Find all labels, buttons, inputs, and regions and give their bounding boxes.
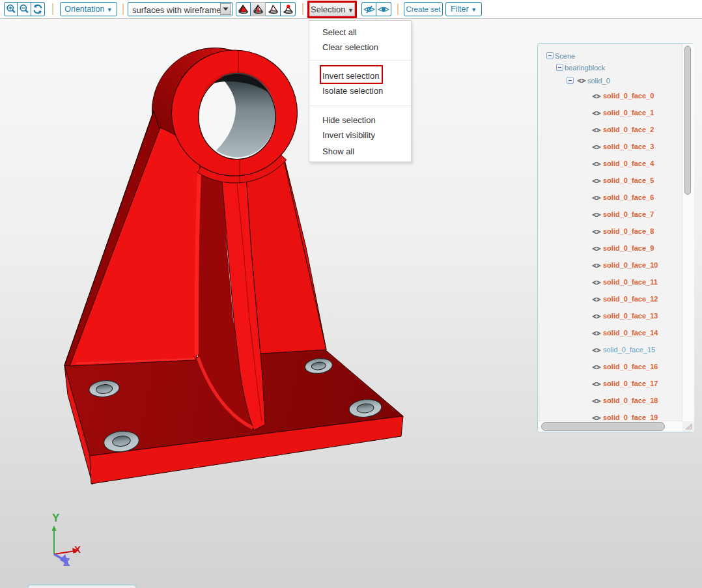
svg-text:Z: Z [63, 556, 70, 568]
svg-text:Y: Y [52, 512, 60, 524]
svg-text:X: X [74, 544, 81, 555]
